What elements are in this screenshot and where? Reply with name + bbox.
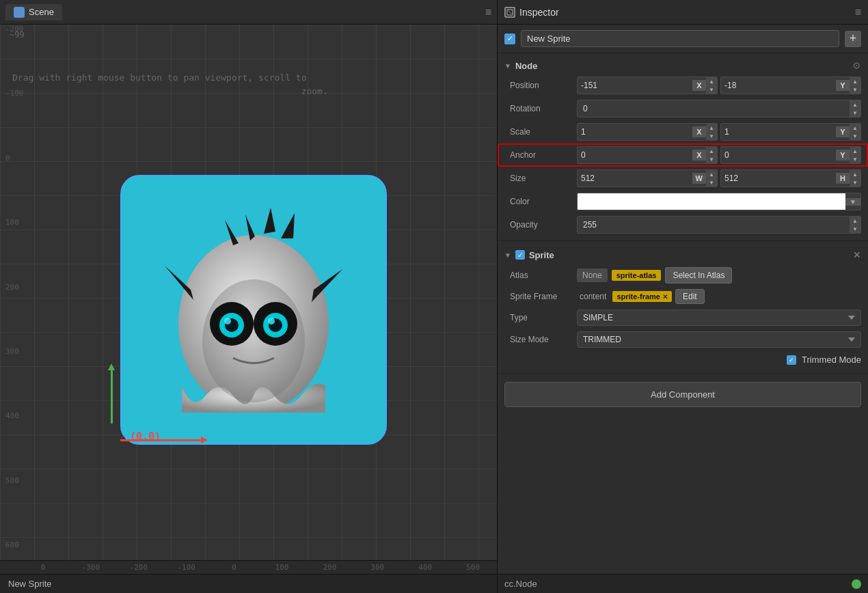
size-row: Size W ▲ ▼ H (498, 167, 868, 190)
size-mode-select[interactable]: TRIMMED RAW CUSTOM (577, 331, 861, 348)
node-name-input[interactable] (521, 30, 839, 47)
size-w-spinner: ▲ ▼ (706, 170, 717, 187)
opacity-down[interactable]: ▼ (850, 225, 860, 233)
atlas-label: Atlas (510, 271, 571, 280)
anchor-x-up[interactable]: ▲ (706, 147, 717, 155)
anchor-y-input[interactable] (721, 148, 836, 162)
scale-x-input-group: X ▲ ▼ (577, 123, 718, 141)
y-label-n100: -100 (5, 89, 24, 98)
inspector-title-icon (504, 7, 515, 18)
rotation-row: Rotation ▲ ▼ (498, 97, 868, 120)
y-axis-labels: 600 500 400 300 200 100 0 -100 -200 (5, 25, 24, 549)
sprite-frame-edit-button[interactable]: Edit (675, 289, 705, 304)
anchor-y-label: Y (836, 150, 850, 161)
scale-x-up[interactable]: ▲ (706, 124, 717, 132)
sprite-close-button[interactable]: ✕ (853, 249, 861, 260)
y-label-400: 400 (5, 411, 24, 420)
sprite-frame-tag-label: sprite-frame (616, 292, 660, 301)
sprite-container: (0,0) (120, 175, 388, 462)
position-y-down[interactable]: ▼ (850, 85, 860, 94)
scale-y-up[interactable]: ▲ (850, 124, 860, 132)
inspector-scroll[interactable]: ▼ Node ⚙ Position X ▲ ▼ (498, 53, 868, 574)
anchor-y-down[interactable]: ▼ (850, 155, 860, 163)
inspector-header: Inspector ≡ (498, 0, 868, 25)
sprite-frame-label: Sprite Frame (510, 292, 571, 301)
position-row: Position X ▲ ▼ Y (498, 74, 868, 97)
position-y-spinner: ▲ ▼ (850, 77, 860, 94)
rotation-input[interactable] (578, 102, 850, 115)
sprite-box[interactable] (120, 175, 387, 445)
position-y-input-group: Y ▲ ▼ (720, 77, 861, 94)
trimmed-mode-checkbox[interactable]: ✓ (787, 355, 796, 365)
size-h-up[interactable]: ▲ (850, 170, 860, 178)
node-enable-checkbox[interactable]: ✓ (504, 33, 515, 44)
position-x-up[interactable]: ▲ (706, 77, 717, 85)
add-node-button[interactable]: + (845, 31, 861, 47)
sprite-enable-checkbox[interactable]: ✓ (515, 250, 525, 260)
scene-status-label: New Sprite (8, 579, 52, 589)
node-section-gear-icon[interactable]: ⚙ (852, 60, 861, 71)
rotation-input-group: ▲ ▼ (577, 100, 861, 118)
cc-node-bar: cc.Node (498, 574, 868, 593)
position-y-up[interactable]: ▲ (850, 77, 860, 85)
rotation-down[interactable]: ▼ (850, 109, 860, 117)
color-swatch[interactable] (578, 193, 845, 210)
scene-tab-label: Scene (29, 7, 54, 17)
add-component-button[interactable]: Add Component (504, 382, 861, 407)
scale-x-label: X (692, 126, 706, 137)
node-section-header[interactable]: ▼ Node ⚙ (498, 57, 868, 74)
scale-y-input-group: Y ▲ ▼ (720, 123, 861, 141)
sprite-section-title: Sprite (529, 250, 554, 260)
color-dropdown-button[interactable]: ▼ (845, 198, 860, 206)
scene-tab-icon (14, 7, 25, 18)
position-y-input[interactable] (721, 79, 836, 92)
opacity-spinner: ▲ ▼ (850, 217, 860, 233)
size-w-down[interactable]: ▼ (706, 178, 717, 187)
size-w-input[interactable] (578, 171, 692, 185)
scale-x-down[interactable]: ▼ (706, 132, 717, 140)
scene-tab-menu-icon[interactable]: ≡ (485, 6, 491, 18)
svg-point-8 (224, 318, 231, 325)
node-section-title: Node (515, 61, 538, 71)
position-y-label: Y (836, 80, 850, 91)
scale-y-down[interactable]: ▼ (850, 132, 860, 140)
position-x-down[interactable]: ▼ (706, 85, 717, 94)
scene-tab[interactable]: Scene (5, 4, 62, 20)
sprite-section: ▼ ✓ Sprite ✕ Atlas None sprite-atlas Sel… (498, 241, 868, 374)
trimmed-mode-label: Trimmed Mode (802, 355, 861, 365)
atlas-tag[interactable]: sprite-atlas (612, 270, 662, 281)
size-w-up[interactable]: ▲ (706, 170, 717, 178)
select-in-atlas-button[interactable]: Select In Atlas (665, 267, 732, 284)
main-layout: Scene ≡ ~99 Drag with right mouse button… (0, 0, 868, 593)
position-label: Position (510, 81, 571, 90)
anchor-x-down[interactable]: ▼ (706, 155, 717, 163)
opacity-up[interactable]: ▲ (850, 217, 860, 225)
scale-x-spinner: ▲ ▼ (706, 124, 717, 140)
opacity-row: Opacity ▲ ▼ (498, 213, 868, 236)
position-x-input[interactable] (578, 79, 692, 92)
rotation-up[interactable]: ▲ (850, 100, 860, 109)
scale-y-input[interactable] (721, 125, 836, 139)
sprite-frame-tag-close[interactable]: ✕ (662, 293, 668, 301)
svg-line-11 (508, 11, 511, 14)
add-component-row: Add Component (498, 374, 868, 415)
scale-x-input[interactable] (578, 125, 692, 139)
node-section: ▼ Node ⚙ Position X ▲ ▼ (498, 53, 868, 241)
opacity-input[interactable] (578, 218, 850, 232)
type-select[interactable]: SIMPLE SLICED TILED FILLED MESH (577, 309, 861, 326)
size-h-down[interactable]: ▼ (850, 178, 860, 187)
size-mode-label: Size Mode (510, 335, 571, 344)
size-w-input-group: W ▲ ▼ (577, 169, 718, 187)
anchor-controls: X ▲ ▼ Y ▲ ▼ (577, 146, 861, 164)
scene-status-bar: New Sprite (0, 574, 497, 593)
anchor-y-up[interactable]: ▲ (850, 147, 860, 155)
position-x-spinner: ▲ ▼ (706, 77, 717, 94)
size-h-input[interactable] (721, 171, 836, 185)
inspector-menu-icon[interactable]: ≡ (855, 6, 861, 18)
position-x-label: X (692, 80, 706, 91)
scene-viewport[interactable]: ~99 Drag with right mouse button to pan … (0, 25, 497, 574)
node-section-arrow: ▼ (504, 62, 511, 70)
size-w-label: W (692, 173, 706, 184)
anchor-x-input[interactable] (578, 148, 692, 162)
type-row: Type SIMPLE SLICED TILED FILLED MESH (498, 307, 868, 329)
